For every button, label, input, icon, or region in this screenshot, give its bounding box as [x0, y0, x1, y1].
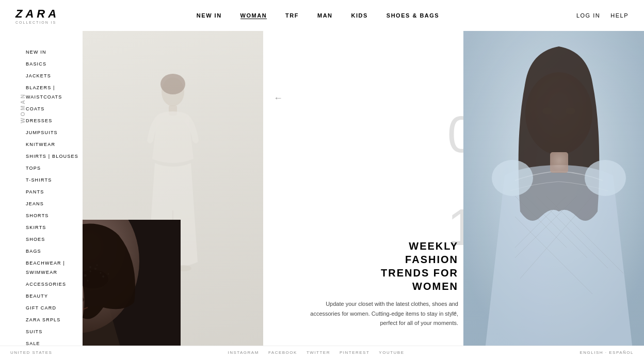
svg-point-10: [492, 160, 533, 196]
sidebar-item-knitwear[interactable]: KNITWEAR: [26, 142, 55, 147]
sidebar-item-pants[interactable]: PANTS: [26, 189, 44, 194]
youtube-link[interactable]: YOUTUBE: [379, 350, 404, 355]
logo-subtitle: COLLECTION IS: [15, 21, 56, 24]
nav-right: LOG IN HELP: [576, 12, 629, 19]
help-button[interactable]: HELP: [610, 12, 629, 19]
right-image-overlay: [463, 31, 644, 359]
sidebar: WOMAN NEW IN BASICS JACKETS BLAZERS | WA…: [0, 31, 83, 359]
sidebar-item-bags[interactable]: BAGS: [26, 249, 41, 254]
sidebar-item-tshirts[interactable]: T-SHIRTS: [26, 177, 52, 183]
nav-item-kids[interactable]: KIDS: [351, 12, 368, 19]
hero-text-section: WEEKLY FASHION TRENDS FOR WOMEN Update y…: [303, 239, 458, 328]
hero-description: Update your closet with the latest cloth…: [303, 299, 458, 328]
facebook-link[interactable]: FACEBOOK: [268, 350, 297, 355]
login-button[interactable]: LOG IN: [576, 12, 600, 19]
sidebar-item-jumpsuits[interactable]: JUMPSUITS: [26, 130, 58, 135]
sidebar-item-beauty[interactable]: BEAUTY: [26, 293, 48, 299]
svg-point-1: [160, 74, 185, 94]
svg-point-9: [565, 107, 575, 115]
top-nav: ZARA COLLECTION IS NEW IN WOMAN TRF MAN …: [0, 0, 644, 31]
nav-item-woman[interactable]: WOMAN: [240, 12, 267, 19]
instagram-link[interactable]: INSTAGRAM: [228, 350, 259, 355]
logo-text: ZARA: [15, 7, 59, 21]
nav-center: NEW IN WOMAN TRF MAN KIDS SHOES & BAGS: [197, 12, 439, 19]
sidebar-item-suits[interactable]: SUITS: [26, 329, 43, 334]
svg-point-8: [542, 107, 553, 115]
sidebar-item-zara-srpls[interactable]: ZARA SRPLS: [26, 317, 61, 322]
sidebar-item-newin[interactable]: NEW IN: [26, 50, 46, 55]
sidebar-item-gift-card[interactable]: GIFT CARD: [26, 305, 56, 311]
sidebar-item-beachwear[interactable]: BEACHWEAR | SWIMWEAR: [26, 260, 65, 275]
sidebar-item-jackets[interactable]: JACKETS: [26, 73, 51, 78]
sidebar-item-shirts[interactable]: SHIRTS | BLOUSES: [26, 154, 78, 159]
prev-arrow-icon[interactable]: ←: [273, 93, 282, 104]
nav-item-shoes-bags[interactable]: SHOES & BAGS: [387, 12, 439, 19]
next-arrow-icon[interactable]: →: [449, 307, 458, 318]
nav-item-trf[interactable]: TRF: [285, 12, 299, 19]
sidebar-item-shorts[interactable]: SHORTS: [26, 213, 49, 218]
footer: UNITED STATES INSTAGRAM FACEBOOK TWITTER…: [0, 346, 644, 359]
nav-item-man[interactable]: MAN: [317, 12, 333, 19]
pinterest-link[interactable]: PINTEREST: [340, 350, 369, 355]
nav-item-newin[interactable]: NEW IN: [197, 12, 222, 19]
twitter-link[interactable]: TWITTER: [307, 350, 330, 355]
sidebar-item-skirts[interactable]: SKIRTS: [26, 225, 46, 230]
sidebar-item-accessories[interactable]: ACCESSORIES: [26, 282, 66, 287]
sidebar-title: WOMAN: [20, 93, 26, 123]
hero-title: WEEKLY FASHION TRENDS FOR WOMEN: [303, 239, 458, 293]
right-model-svg: [463, 31, 644, 359]
footer-language: ENGLISH · ESPAÑOL: [579, 350, 634, 355]
sidebar-item-coats[interactable]: COATS: [26, 106, 44, 111]
sidebar-menu: NEW IN BASICS JACKETS BLAZERS | WAISTCOA…: [26, 41, 83, 347]
sidebar-item-basics[interactable]: BASICS: [26, 61, 46, 67]
right-model-image: [463, 31, 644, 359]
sidebar-item-tops[interactable]: TOPS: [26, 166, 41, 171]
sidebar-item-jeans[interactable]: JEANS: [26, 201, 44, 206]
sidebar-item-shoes[interactable]: SHOES: [26, 237, 45, 242]
footer-country: UNITED STATES: [10, 350, 52, 355]
footer-social-links: INSTAGRAM FACEBOOK TWITTER PINTEREST YOU…: [228, 350, 404, 355]
sidebar-item-blazers[interactable]: BLAZERS | WAISTCOATS: [26, 85, 62, 100]
svg-point-11: [585, 160, 626, 196]
right-panel: ← 02 / 16: [263, 31, 644, 359]
svg-rect-20: [550, 152, 568, 173]
sidebar-item-dresses[interactable]: DRESSES: [26, 118, 52, 123]
logo[interactable]: ZARA COLLECTION IS: [15, 7, 59, 24]
